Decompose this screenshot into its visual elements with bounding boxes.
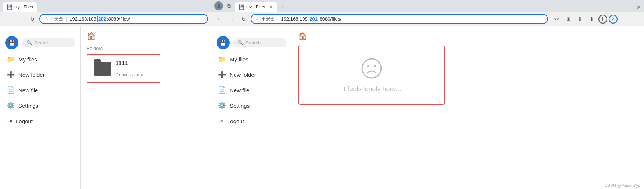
folders-label: Folders — [87, 46, 205, 51]
right-search-icon: 🔍 — [238, 40, 243, 45]
plus-icon-newfolder-right: ➕ — [218, 71, 226, 79]
breadcrumb-right: 🏠 — [298, 32, 638, 40]
forward-button[interactable]: → — [15, 14, 25, 24]
gear-icon-right: ⚙️ — [218, 101, 226, 110]
tab-switcher-icon[interactable]: ⧉ — [225, 1, 233, 10]
refresh-button[interactable]: ↻ — [27, 14, 37, 24]
sidebar-item-myfiles-left[interactable]: 📁 My files — [0, 51, 80, 67]
folder-icon-myfiles-right: 📁 — [218, 55, 226, 63]
right-tab-disk-icon: 💾 — [239, 4, 244, 10]
sidebar-item-myfiles-right[interactable]: 📁 My files — [211, 51, 292, 67]
myfiles-label-right: My files — [230, 56, 248, 63]
plus-icon-newfile-left: 📄 — [7, 86, 15, 94]
url-right: 192.168.108.201:8080/files/ — [281, 16, 341, 22]
home-icon-right[interactable]: 🏠 — [298, 32, 307, 40]
left-search-icon: 🔍 — [26, 40, 32, 45]
warning-icon-right: ⚠ — [256, 17, 260, 21]
sidebar-item-newfile-right[interactable]: 📄 New file — [211, 82, 292, 98]
warning-icon: ⚠ — [44, 17, 48, 21]
svg-point-2 — [374, 65, 376, 67]
folder-icon-1111 — [94, 62, 111, 76]
code-view-icon[interactable]: <> — [551, 14, 562, 24]
upload-icon[interactable]: ⬆ — [587, 14, 597, 24]
folder-icon-myfiles-left: 📁 — [7, 55, 15, 63]
sidebar-item-newfolder-left[interactable]: ➕ New folder — [0, 67, 80, 82]
settings-label-right: Settings — [230, 103, 250, 109]
newfile-label-left: New file — [18, 87, 38, 93]
url-highlight-left: 202 — [97, 16, 107, 22]
address-bar-right[interactable]: ⚠ 不安全 | 192.168.108.201:8080/files/ — [251, 14, 548, 24]
folder-name-1111: 1111 — [115, 60, 143, 66]
right-app-logo[interactable]: 💾 — [217, 36, 230, 49]
forward-button-right[interactable]: → — [226, 14, 237, 24]
toolbar-right: <> ⊞ ⬇ ⬆ i ✓ ⋯ ⛶ — [551, 14, 641, 24]
extend-icon[interactable]: ⛶ — [631, 14, 641, 24]
sidebar-item-newfile-left[interactable]: 📄 New file — [0, 82, 80, 98]
left-tab-active[interactable]: 💾 sly - Files — [3, 2, 37, 12]
empty-state: It feels lonely here... — [298, 46, 445, 105]
sidebar-item-logout-right[interactable]: ⇥ Logout — [211, 113, 292, 129]
folder-dash-1111: — — [115, 67, 143, 72]
left-search-bar[interactable]: 🔍 Search... — [22, 38, 75, 47]
plus-icon-newfile-right: 📄 — [218, 86, 226, 94]
folder-time-1111: 2 minutes ago — [115, 72, 143, 77]
logout-label-right: Logout — [227, 118, 244, 124]
watermark: CSDN @MasonYyp — [605, 183, 640, 188]
back-button[interactable]: ← — [3, 14, 13, 24]
folder-item-1111[interactable]: 1111 — 2 minutes ago — [93, 58, 154, 79]
home-icon-left[interactable]: 🏠 — [87, 32, 96, 40]
right-search-placeholder: Search... — [246, 40, 265, 46]
grid-view-icon[interactable]: ⊞ — [563, 14, 573, 24]
left-tab-title: sly - Files — [14, 4, 33, 10]
empty-state-text: It feels lonely here... — [342, 85, 401, 93]
right-tab-active[interactable]: 💾 sIv - Files ✕ — [235, 2, 277, 12]
profile-avatar[interactable]: 👤 — [214, 1, 223, 10]
sidebar-item-settings-left[interactable]: ⚙️ Settings — [0, 98, 80, 113]
logout-label-left: Logout — [16, 118, 33, 124]
more-options-icon[interactable]: ⋯ — [619, 14, 629, 24]
sidebar-item-settings-right[interactable]: ⚙️ Settings — [211, 98, 292, 113]
newfile-label-right: New file — [230, 87, 249, 93]
myfiles-label-left: My files — [18, 56, 37, 63]
pipe-separator-right: | — [277, 16, 278, 22]
address-bar-left[interactable]: ⚠ 不安全 | 192.168.108.202:8080/files/ — [39, 14, 208, 24]
check-icon[interactable]: ✓ — [609, 15, 618, 24]
folders-box: 1111 — 2 minutes ago — [87, 54, 160, 83]
left-search-placeholder: Search... — [34, 40, 53, 46]
plus-icon-newfolder-left: ➕ — [7, 71, 15, 79]
tab-disk-icon: 💾 — [7, 4, 12, 10]
folders-section-left: Folders 1111 — 2 minutes ago — [87, 46, 205, 83]
warning-text-right: 不安全 — [261, 16, 275, 22]
pipe-separator: | — [66, 16, 67, 22]
settings-label-left: Settings — [18, 103, 38, 109]
back-button-right[interactable]: ← — [214, 14, 225, 24]
info-icon[interactable]: i — [598, 15, 607, 24]
svg-point-0 — [362, 59, 381, 78]
newfolder-label-right: New folder — [230, 72, 256, 78]
right-tab-title: sIv - Files — [246, 4, 265, 10]
logout-icon-left: ⇥ — [7, 117, 12, 125]
sidebar-item-logout-left[interactable]: ⇥ Logout — [0, 113, 80, 129]
gear-icon-left: ⚙️ — [7, 101, 15, 110]
svg-point-1 — [367, 65, 369, 67]
refresh-button-right[interactable]: ↻ — [239, 14, 249, 24]
breadcrumb-left: 🏠 — [87, 32, 205, 40]
new-tab-button[interactable]: + — [279, 3, 287, 11]
logout-icon-right: ⇥ — [218, 117, 223, 125]
sidebar-item-newfolder-right[interactable]: ➕ New folder — [211, 67, 292, 82]
url-highlight-right: 201 — [309, 16, 318, 22]
right-tab-close[interactable]: ✕ — [268, 4, 273, 10]
url-left: 192.168.108.202:8080/files/ — [69, 16, 130, 22]
download-icon[interactable]: ⬇ — [575, 14, 585, 24]
sad-face-icon — [361, 57, 383, 79]
folder-info-1111: 1111 — 2 minutes ago — [115, 60, 143, 77]
warning-text-left: 不安全 — [50, 16, 63, 22]
right-search-bar[interactable]: 🔍 Search... — [233, 38, 287, 47]
left-app-logo[interactable]: 💾 — [5, 36, 18, 49]
window-close-btn[interactable]: ✕ — [637, 4, 641, 10]
newfolder-label-left: New folder — [18, 72, 45, 78]
